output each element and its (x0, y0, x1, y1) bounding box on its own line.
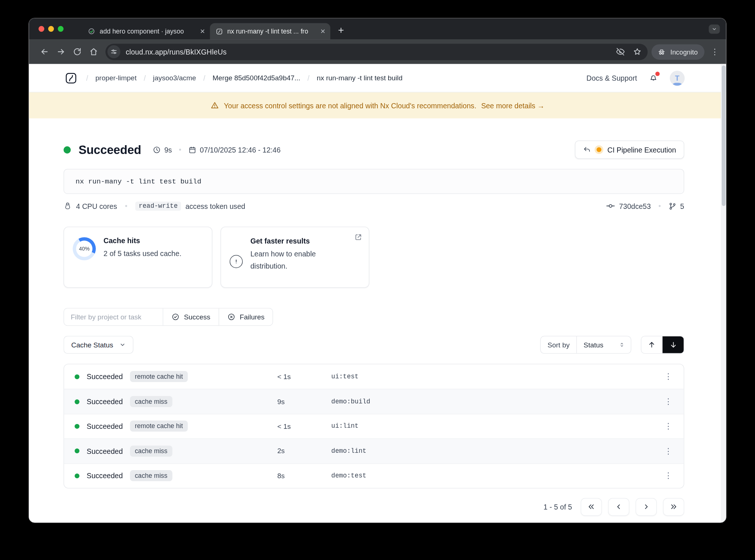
row-duration: 9s (277, 398, 331, 406)
previous-page-button[interactable] (608, 498, 629, 516)
back-button[interactable] (36, 43, 52, 60)
minimize-window-button[interactable] (48, 26, 54, 32)
breadcrumb-run[interactable]: nx run-many -t lint test build (317, 74, 403, 82)
failures-label: Failures (240, 313, 264, 321)
pipeline-status-dot (597, 147, 602, 152)
row-task-name[interactable]: demo:test (331, 472, 664, 480)
branch-count[interactable]: 5 (680, 202, 684, 210)
site-settings-icon[interactable] (107, 45, 120, 58)
info-icon (230, 255, 243, 268)
nx-logo[interactable] (65, 71, 77, 84)
last-page-button[interactable] (663, 498, 684, 516)
next-page-button[interactable] (636, 498, 657, 516)
eye-off-icon[interactable] (616, 47, 625, 56)
faster-results-card[interactable]: Get faster results Learn how to enable d… (220, 227, 369, 288)
run-duration: 9s (164, 146, 172, 154)
tab-nx-run[interactable]: nx run-many -t lint test ... fro ✕ (210, 23, 330, 39)
commit-sha[interactable]: 730dce53 (619, 202, 651, 210)
row-task-name[interactable]: ui:lint (331, 423, 664, 430)
warning-triangle-icon (211, 101, 219, 110)
row-task-name[interactable]: ui:test (331, 373, 664, 380)
breadcrumb-repo[interactable]: jaysoo3/acme (153, 74, 196, 82)
notifications-bell-icon[interactable] (648, 73, 658, 83)
external-link-icon[interactable] (354, 233, 362, 241)
row-status-label: Succeeded (87, 372, 123, 381)
row-task-name[interactable]: demo:lint (331, 448, 664, 455)
run-details: Succeeded 9s 07/10/2025 12:46 - 12:46 CI… (63, 140, 684, 522)
first-page-button[interactable] (581, 498, 602, 516)
avatar[interactable]: T (670, 70, 685, 85)
row-menu-icon[interactable]: ⋮ (664, 372, 673, 382)
close-tab-icon[interactable]: ✕ (320, 28, 326, 35)
sort-select[interactable]: Status (577, 336, 631, 353)
success-filter-button[interactable]: Success (163, 308, 219, 325)
breadcrumb-workspace[interactable]: proper-limpet (95, 74, 137, 82)
row-cache-badge: remote cache hit (130, 421, 188, 432)
docs-support-link[interactable]: Docs & Support (587, 74, 637, 82)
cache-status-label: Cache Status (71, 341, 113, 349)
cache-status-dropdown[interactable]: Cache Status (63, 336, 133, 354)
bookmark-star-icon[interactable] (633, 47, 642, 56)
row-status-label: Succeeded (87, 398, 123, 406)
sort-ascending-button[interactable] (641, 336, 662, 353)
table-row[interactable]: Succeeded remote cache hit < 1s ui:test … (64, 364, 684, 389)
tab-add-hero-component[interactable]: add hero component · jaysoo ✕ (82, 23, 210, 39)
check-circle-icon (171, 313, 180, 321)
row-cache-badge: remote cache hit (130, 371, 188, 382)
cpu-cores: 4 CPU cores (76, 202, 117, 210)
calendar-icon (188, 146, 196, 154)
pagination-label: 1 - 5 of 5 (543, 503, 572, 511)
vcs-meta: 730dce53 5 (606, 201, 684, 211)
row-status-cell: Succeeded cache miss (74, 470, 277, 481)
breadcrumb-separator: / (307, 74, 309, 82)
row-duration: < 1s (277, 423, 331, 430)
row-menu-icon[interactable]: ⋮ (664, 446, 673, 456)
url-text[interactable]: cloud.nx.app/runs/BkIXGHleUs (126, 48, 227, 56)
chevron-left-icon (615, 503, 623, 511)
reload-button[interactable] (69, 43, 85, 60)
arrow-down-icon (669, 341, 677, 349)
tab-search-chevron-button[interactable] (709, 25, 720, 34)
sort-descending-button[interactable] (662, 336, 683, 353)
address-bar[interactable]: cloud.nx.app/runs/BkIXGHleUs (105, 43, 648, 60)
success-label: Success (184, 313, 211, 321)
table-row[interactable]: Succeeded cache miss 9s demo:build ⋮ (64, 389, 684, 414)
row-success-dot (74, 374, 79, 379)
table-row[interactable]: Succeeded remote cache hit < 1s ui:lint … (64, 414, 684, 438)
breadcrumb-separator: / (203, 74, 205, 82)
filter-group: Success Failures (63, 308, 273, 326)
scrollbar-thumb[interactable] (721, 66, 725, 206)
double-chevron-right-icon (670, 503, 678, 511)
breadcrumb-commit[interactable]: Merge 85d500f42d5a9b47... (213, 74, 300, 82)
table-row[interactable]: Succeeded cache miss 8s demo:test ⋮ (64, 463, 684, 488)
row-duration: 2s (277, 447, 331, 455)
banner-text: Your access control settings are not ali… (224, 101, 476, 109)
row-task-name[interactable]: demo:build (331, 398, 664, 405)
failures-filter-button[interactable]: Failures (219, 308, 273, 325)
controls-row: Cache Status Sort by Status (63, 336, 684, 354)
row-menu-icon[interactable]: ⋮ (664, 471, 673, 481)
close-window-button[interactable] (38, 26, 44, 32)
row-cache-badge: cache miss (130, 396, 172, 407)
sort-controls: Sort by Status (540, 336, 684, 354)
row-menu-icon[interactable]: ⋮ (664, 396, 673, 406)
banner-see-more-link[interactable]: See more details → (481, 101, 544, 109)
row-status-label: Succeeded (87, 447, 123, 455)
new-tab-button[interactable]: + (338, 25, 344, 36)
branch-icon (668, 202, 676, 210)
close-tab-icon[interactable]: ✕ (200, 28, 205, 35)
row-menu-icon[interactable]: ⋮ (664, 421, 673, 431)
home-button[interactable] (85, 43, 101, 60)
task-table: Succeeded remote cache hit < 1s ui:test … (63, 364, 684, 488)
page-scrollbar[interactable] (721, 64, 726, 523)
select-chevrons-icon (619, 342, 625, 348)
screen: add hero component · jaysoo ✕ nx run-man… (0, 0, 755, 560)
forward-button[interactable] (52, 43, 69, 60)
tabs: add hero component · jaysoo ✕ nx run-man… (82, 23, 344, 39)
filter-input[interactable] (64, 308, 163, 325)
browser-menu-icon[interactable]: ⋮ (711, 47, 719, 57)
table-row[interactable]: Succeeded cache miss 2s demo:lint ⋮ (64, 438, 684, 463)
zoom-window-button[interactable] (58, 26, 64, 32)
cache-card-title: Cache hits (104, 236, 181, 244)
ci-pipeline-execution-button[interactable]: CI Pipeline Execution (575, 140, 684, 159)
